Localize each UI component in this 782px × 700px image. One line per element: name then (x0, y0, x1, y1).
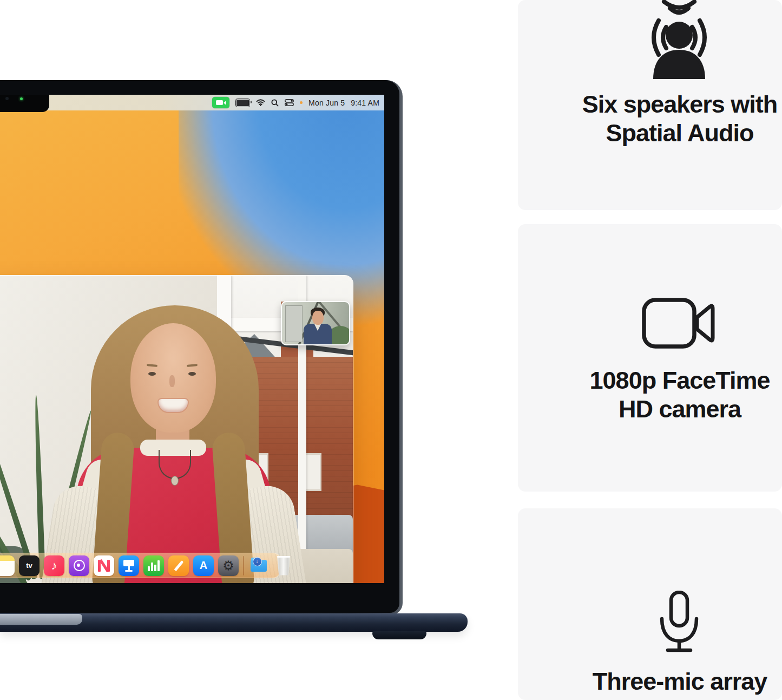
trash-bin-icon (277, 556, 291, 575)
webcam-icon (5, 97, 9, 100)
feature-card-camera: 1080p FaceTime HD camera (518, 224, 782, 492)
control-center-icon[interactable] (285, 99, 294, 106)
dock-icon-app-store[interactable]: A (193, 555, 214, 576)
dock-icon-podcasts[interactable] (69, 555, 89, 576)
dock-icon-downloads-folder[interactable]: ↓ (248, 555, 269, 576)
feature-card-mic: Three-mic array (518, 508, 782, 700)
microphone-icon (659, 591, 700, 656)
page: Mon Jun 5 9:41 AM (0, 0, 782, 700)
spotlight-search-icon[interactable] (271, 99, 279, 107)
spatial-audio-person-icon (645, 0, 714, 81)
tv-label: tv (26, 561, 32, 570)
dock-icon-numbers[interactable] (143, 555, 164, 576)
macbook-keyboard-deck (0, 614, 82, 625)
macbook-display: Mon Jun 5 9:41 AM (0, 95, 384, 583)
macbook-rubber-foot (372, 631, 426, 639)
mic-in-use-indicator (300, 101, 303, 104)
feature-title-speakers: Six speakers with Spatial Audio (528, 90, 782, 147)
dock-icon-music[interactable]: ♪ (44, 555, 64, 576)
gear-icon: ⚙ (222, 558, 234, 573)
feature-card-speakers: Six speakers with Spatial Audio (518, 0, 782, 210)
dock-icon-keynote[interactable] (119, 555, 139, 576)
app-store-a-icon: A (200, 559, 207, 572)
download-arrow-icon: ↓ (253, 557, 262, 566)
dock-icon-system-settings[interactable]: ⚙ (218, 555, 239, 576)
caller-face (130, 323, 216, 433)
facetime-window[interactable] (0, 275, 353, 583)
camera-indicator-led (20, 97, 23, 100)
facetime-active-camera-icon[interactable] (212, 97, 229, 108)
wifi-icon[interactable] (256, 99, 265, 106)
dock-divider (243, 556, 244, 575)
dock-icon-news[interactable] (94, 555, 114, 576)
battery-icon[interactable] (235, 99, 250, 107)
pip-man-face (312, 311, 324, 325)
dock-icon-notes[interactable] (0, 555, 15, 576)
dock: tv ♪ A ⚙ (0, 553, 280, 578)
feature-title-mic: Three-mic array (528, 667, 782, 696)
feature-title-camera: 1080p FaceTime HD camera (528, 366, 782, 423)
video-camera-icon (642, 298, 717, 351)
necklace-pendant (171, 476, 179, 486)
dock-icon-apple-tv[interactable]: tv (19, 555, 40, 576)
smile (159, 399, 188, 412)
dock-icon-trash[interactable] (273, 555, 294, 576)
music-note-icon: ♪ (51, 559, 57, 573)
display-notch (0, 95, 49, 112)
menubar-time[interactable]: 9:41 AM (351, 99, 379, 107)
menubar-date[interactable]: Mon Jun 5 (308, 99, 345, 107)
menu-bar: Mon Jun 5 9:41 AM (0, 95, 384, 110)
dock-icon-pages[interactable] (168, 555, 189, 576)
facetime-pip-self-view[interactable] (281, 301, 350, 345)
